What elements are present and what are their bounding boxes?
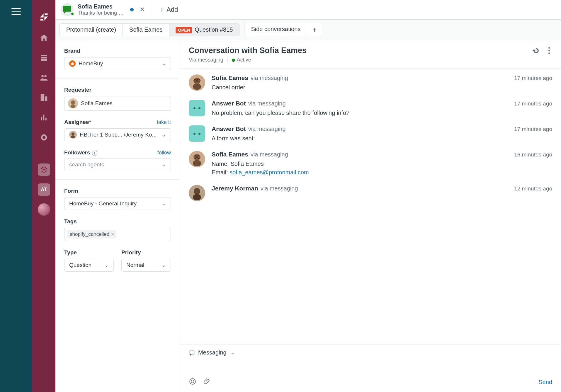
ticket-tab[interactable]: Sofia Eames Thanks for being a v... ✕ bbox=[55, 0, 152, 19]
product-switcher-bar bbox=[0, 0, 32, 392]
channel-selector[interactable]: Messaging ⌄ bbox=[189, 349, 552, 356]
message-author: Answer Bot bbox=[212, 100, 246, 107]
brand-icon bbox=[69, 60, 76, 67]
emoji-button[interactable] bbox=[189, 378, 196, 387]
brand-select[interactable]: HomeBuy ⌄ bbox=[64, 57, 171, 70]
message-via: via messaging bbox=[248, 100, 286, 107]
message-via: via messaging bbox=[251, 75, 288, 81]
admin-icon[interactable] bbox=[40, 133, 48, 142]
message-via: via messaging bbox=[261, 185, 298, 192]
views-icon[interactable] bbox=[40, 53, 48, 62]
svg-rect-18 bbox=[193, 194, 201, 200]
conversation-via: Via messaging bbox=[189, 57, 223, 63]
reporting-icon[interactable] bbox=[40, 113, 48, 122]
ticket-channel-icon bbox=[61, 3, 74, 16]
form-select[interactable]: HomeBuy - General Inquiry ⌄ bbox=[64, 197, 171, 210]
message-item: Sofia Eamesvia messaging 17 minutes ago … bbox=[189, 74, 552, 92]
requester-label: Requester bbox=[64, 87, 171, 93]
message-icon bbox=[189, 350, 195, 356]
message-via: via messaging bbox=[248, 126, 286, 132]
svg-rect-5 bbox=[71, 136, 75, 138]
organizations-icon[interactable] bbox=[40, 93, 48, 102]
conversation-pane: Conversation with Sofia Eames Via messag… bbox=[180, 40, 561, 392]
at-app-label: AT bbox=[41, 187, 47, 192]
message-author: Sofia Eames bbox=[212, 74, 248, 81]
chevron-down-icon: ⌄ bbox=[162, 132, 166, 138]
send-button[interactable]: Send bbox=[538, 379, 552, 386]
status-dot-icon bbox=[232, 59, 235, 62]
svg-point-1 bbox=[71, 100, 75, 105]
pill-side-conversations[interactable]: Side conversations bbox=[244, 23, 307, 37]
svg-point-20 bbox=[191, 381, 192, 381]
chevron-down-icon: ⌄ bbox=[104, 262, 109, 268]
message-time: 12 minutes ago bbox=[514, 185, 552, 192]
tags-label: Tags bbox=[64, 218, 171, 225]
form-label: Form bbox=[64, 188, 171, 194]
home-icon[interactable] bbox=[40, 33, 48, 42]
more-actions-button[interactable] bbox=[546, 46, 552, 55]
follow-link[interactable]: follow bbox=[157, 150, 171, 156]
tab-bar: Sofia Eames Thanks for being a v... ✕ + … bbox=[55, 0, 561, 20]
priority-label: Priority bbox=[121, 249, 171, 256]
message-time: 16 minutes ago bbox=[514, 151, 552, 158]
tags-input[interactable]: shopify_cancelled × bbox=[64, 228, 171, 241]
remove-tag-button[interactable]: × bbox=[111, 231, 114, 237]
bot-avatar-icon bbox=[189, 125, 205, 142]
svg-point-12 bbox=[194, 154, 200, 161]
pill-question[interactable]: OPENQuestion #815 bbox=[169, 24, 239, 36]
assignee-select[interactable]: HB:Tier 1 Supp... /Jeremy Ko... ⌄ bbox=[64, 128, 171, 141]
status-badge-open: OPEN bbox=[176, 27, 192, 33]
globe-app-icon[interactable] bbox=[38, 203, 50, 216]
history-icon[interactable] bbox=[533, 47, 540, 54]
at-app-icon[interactable]: AT bbox=[38, 183, 50, 196]
zendesk-logo-icon[interactable] bbox=[39, 12, 49, 22]
brand-label: Brand bbox=[64, 48, 171, 54]
sidebar-rail: AT bbox=[32, 0, 55, 392]
svg-point-19 bbox=[190, 379, 195, 384]
pill-protonmail[interactable]: Protonmail (create) bbox=[60, 24, 123, 36]
add-side-conversation-button[interactable]: + bbox=[307, 23, 322, 37]
followers-placeholder: search agents bbox=[69, 161, 104, 168]
message-text: Name: Sofia Eames Email: sofia_eames@pro… bbox=[212, 160, 552, 177]
avatar-icon bbox=[189, 185, 205, 201]
svg-rect-2 bbox=[71, 104, 76, 108]
message-item: Answer Botvia messaging 17 minutes ago A… bbox=[189, 125, 552, 143]
chevron-down-icon: ⌄ bbox=[162, 60, 166, 67]
message-via: via messaging bbox=[251, 151, 288, 158]
message-text: Cancel order bbox=[212, 83, 552, 92]
svg-point-21 bbox=[193, 381, 194, 381]
channel-label: Messaging bbox=[198, 349, 227, 356]
main-area: Sofia Eames Thanks for being a v... ✕ + … bbox=[55, 0, 561, 392]
message-item: Answer Botvia messaging 17 minutes ago N… bbox=[189, 100, 552, 117]
add-tab-button[interactable]: + Add bbox=[152, 0, 186, 19]
ticket-context-pills: Protonmail (create) Sofia Eames OPENQues… bbox=[59, 23, 239, 36]
messages-list: Sofia Eamesvia messaging 17 minutes ago … bbox=[180, 69, 561, 344]
chevron-down-icon: ⌄ bbox=[231, 350, 234, 355]
requester-field[interactable]: Sofia Eames bbox=[64, 96, 171, 111]
close-tab-button[interactable]: ✕ bbox=[138, 6, 147, 13]
followers-select[interactable]: search agents ⌄ bbox=[64, 158, 171, 171]
pill-requester[interactable]: Sofia Eames bbox=[123, 24, 169, 36]
priority-select[interactable]: Normal ⌄ bbox=[121, 259, 171, 272]
message-time: 17 minutes ago bbox=[514, 126, 552, 132]
ticket-properties-panel: Brand HomeBuy ⌄ Requester Sofia Eames bbox=[55, 40, 180, 392]
avatar-icon bbox=[189, 74, 205, 91]
customers-icon[interactable] bbox=[40, 73, 48, 82]
apps-icon[interactable] bbox=[38, 163, 50, 176]
bot-avatar-icon bbox=[189, 100, 205, 116]
assignee-avatar-icon bbox=[69, 131, 77, 139]
form-value: HomeBuy - General Inquiry bbox=[69, 200, 137, 207]
composer-textarea[interactable] bbox=[189, 360, 552, 378]
chevron-down-icon: ⌄ bbox=[162, 200, 166, 207]
type-select[interactable]: Question ⌄ bbox=[64, 259, 114, 272]
info-icon[interactable]: i bbox=[92, 151, 97, 156]
message-author: Jeremy Korman bbox=[212, 185, 258, 192]
take-it-link[interactable]: take it bbox=[157, 119, 171, 125]
attachment-button[interactable] bbox=[203, 378, 211, 387]
email-link[interactable]: sofia_eames@protonmail.com bbox=[229, 169, 309, 175]
ticket-tab-subtitle: Thanks for being a v... bbox=[78, 10, 126, 16]
pill-question-label: Question #815 bbox=[195, 26, 233, 33]
message-text: No problem, can you please share the fol… bbox=[212, 109, 552, 117]
type-value: Question bbox=[69, 262, 91, 268]
hamburger-menu[interactable] bbox=[11, 8, 21, 15]
